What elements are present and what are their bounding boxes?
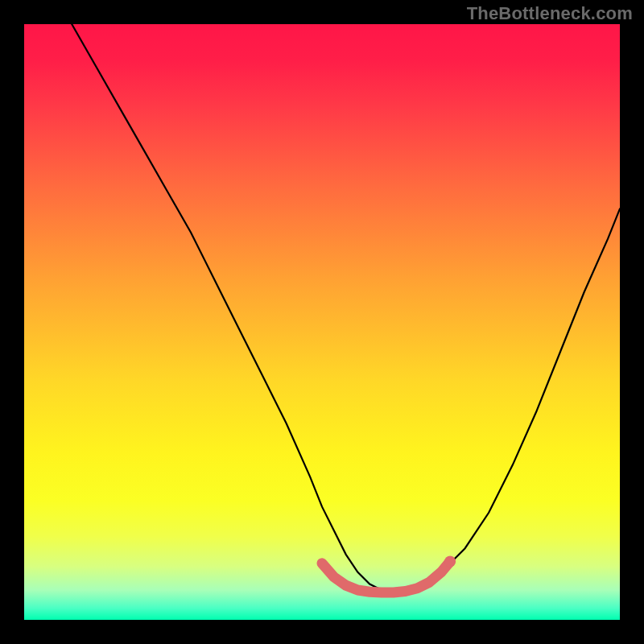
right-curve (387, 208, 620, 590)
curve-layer (24, 24, 620, 620)
left-curve (72, 24, 387, 590)
highlight-band (322, 562, 450, 593)
plot-area (24, 24, 620, 620)
highlight-end-dot (444, 556, 456, 568)
watermark-text: TheBottleneck.com (467, 3, 633, 24)
chart-frame: TheBottleneck.com (0, 0, 644, 644)
